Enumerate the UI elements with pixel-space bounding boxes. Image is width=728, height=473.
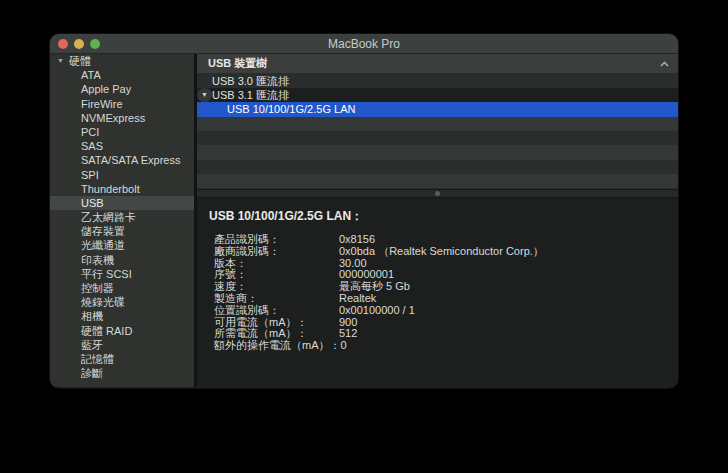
sidebar-item[interactable]: 藍牙 xyxy=(50,338,194,352)
sidebar-item[interactable]: 儲存裝置 xyxy=(50,224,194,238)
sidebar-item[interactable]: 硬體 RAID xyxy=(50,324,194,338)
tree-row-usb31-bus[interactable]: ▼USB 3.1 匯流排 xyxy=(197,88,212,102)
detail-value: 0x00100000 / 1 xyxy=(339,305,415,317)
sidebar-item[interactable]: PCI xyxy=(50,125,194,139)
detail-row: 產品識別碼：0x8156 xyxy=(214,234,678,246)
sidebar-item[interactable]: NVMExpress xyxy=(50,111,194,125)
sidebar-item[interactable]: 診斷 xyxy=(50,366,194,380)
sidebar-item[interactable]: FireWire xyxy=(50,97,194,111)
zoom-button[interactable] xyxy=(90,39,100,49)
detail-row: 額外的操作電流（mA）：0 xyxy=(214,340,678,352)
tree-empty-rows xyxy=(197,117,678,189)
titlebar: MacBook Pro xyxy=(50,34,678,54)
sidebar-item[interactable]: 光纖通道 xyxy=(50,238,194,252)
detail-row: 位置識別碼：0x00100000 / 1 xyxy=(214,305,678,317)
sidebar-item[interactable]: SAS xyxy=(50,139,194,153)
sidebar-item-hardware[interactable]: ▼硬體 xyxy=(50,54,194,68)
detail-value: 0x0bda （Realtek Semiconductor Corp.） xyxy=(339,246,544,258)
window-body: ▼硬體 ATA Apple Pay FireWire NVMExpress PC… xyxy=(50,54,678,387)
device-details-panel: USB 10/100/1G/2.5G LAN： 產品識別碼：0x8156 廠商識… xyxy=(197,198,678,387)
detail-row: 版本：30.00 xyxy=(214,258,678,270)
sidebar: ▼硬體 ATA Apple Pay FireWire NVMExpress PC… xyxy=(50,54,197,387)
detail-label: 產品識別碼： xyxy=(214,234,339,246)
detail-row: 製造商：Realtek xyxy=(214,293,678,305)
sidebar-item[interactable]: SPI xyxy=(50,168,194,182)
tree-row-usb30-bus[interactable]: USB 3.0 匯流排 xyxy=(197,74,678,88)
minimize-button[interactable] xyxy=(74,39,84,49)
detail-value: Realtek xyxy=(339,293,376,305)
sidebar-item[interactable]: 乙太網路卡 xyxy=(50,210,194,224)
collapse-chevron-icon[interactable] xyxy=(660,61,669,67)
splitter-handle[interactable] xyxy=(435,191,440,196)
sidebar-item[interactable]: Apple Pay xyxy=(50,82,194,96)
window-title: MacBook Pro xyxy=(328,37,400,51)
sidebar-item[interactable]: 控制器 xyxy=(50,281,194,295)
sidebar-item-usb[interactable]: USB xyxy=(50,196,194,210)
sidebar-item[interactable]: ATA xyxy=(50,68,194,82)
detail-value: 0 xyxy=(341,340,347,352)
detail-label: 製造商： xyxy=(214,293,339,305)
sidebar-item[interactable]: 記憶體 xyxy=(50,352,194,366)
window-controls xyxy=(58,34,100,53)
device-tree-header: USB 裝置樹 xyxy=(197,54,678,74)
tree-row-usb-lan-selected[interactable]: USB 10/100/1G/2.5G LAN xyxy=(197,102,678,116)
usb-panel: USB 裝置樹 USB 3.0 匯流排 ▼USB 3.1 匯流排 USB 10/… xyxy=(197,54,678,387)
detail-row: 廠商識別碼：0x0bda （Realtek Semiconductor Corp… xyxy=(214,246,678,258)
detail-label: 廠商識別碼： xyxy=(214,246,339,258)
detail-label: 位置識別碼： xyxy=(214,305,339,317)
detail-value: 0x8156 xyxy=(339,234,375,246)
sidebar-item[interactable]: 印表機 xyxy=(50,253,194,267)
sidebar-item[interactable]: Thunderbolt xyxy=(50,182,194,196)
detail-row: 速度：最高每秒 5 Gb xyxy=(214,281,678,293)
sidebar-item[interactable]: SATA/SATA Express xyxy=(50,153,194,167)
sidebar-item[interactable]: 燒錄光碟 xyxy=(50,295,194,309)
details-title: USB 10/100/1G/2.5G LAN： xyxy=(209,208,678,225)
detail-row: 序號：000000001 xyxy=(214,269,678,281)
disclosure-triangle-icon[interactable]: ▼ xyxy=(57,54,64,68)
close-button[interactable] xyxy=(58,39,68,49)
system-information-window: MacBook Pro ▼硬體 ATA Apple Pay FireWire N… xyxy=(50,34,678,388)
disclosure-triangle-icon[interactable]: ▼ xyxy=(201,88,208,102)
detail-label: 額外的操作電流（mA）： xyxy=(214,340,341,352)
device-tree-title: USB 裝置樹 xyxy=(208,56,267,71)
sidebar-item[interactable]: 相機 xyxy=(50,309,194,323)
splitter[interactable] xyxy=(197,189,678,198)
sidebar-item[interactable]: 平行 SCSI xyxy=(50,267,194,281)
